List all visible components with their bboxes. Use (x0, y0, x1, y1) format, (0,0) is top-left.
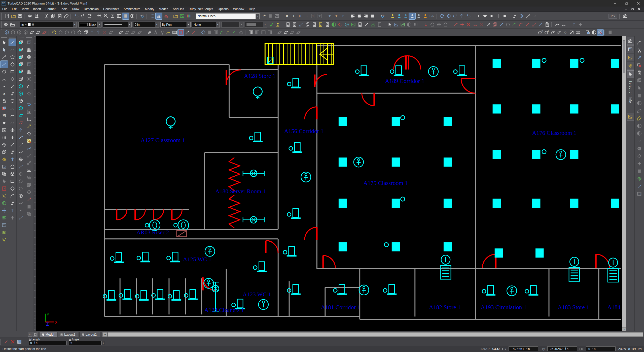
material-colors-icon[interactable] (185, 13, 192, 19)
cross-lines-icon[interactable] (17, 156, 24, 163)
doc-gray-icon[interactable] (376, 21, 383, 28)
menu-constraints[interactable]: Constraints (101, 7, 121, 12)
peak-1-icon[interactable] (89, 29, 95, 36)
pen-color-combo[interactable]: Black▼ (78, 22, 101, 27)
spell-abc-tool-icon[interactable]: ABC (25, 101, 33, 108)
stack-rt-icon[interactable] (636, 77, 643, 84)
wand-icon[interactable] (3, 338, 10, 345)
line-pts-icon[interactable] (17, 134, 24, 141)
frame-tool-icon[interactable] (9, 178, 16, 185)
rotated-rect-tool-icon[interactable] (9, 75, 16, 83)
key-symbol-icon[interactable] (575, 29, 581, 36)
hscroll-left-icon[interactable]: ◄ (102, 332, 108, 337)
s-yellow-icon[interactable] (165, 29, 171, 36)
window-select-tool-icon[interactable] (1, 163, 8, 170)
heart-red-icon[interactable] (337, 21, 343, 28)
dots-line-icon[interactable] (17, 163, 24, 170)
menu-modify[interactable]: Modify (143, 7, 157, 12)
flag-corner-icon[interactable] (511, 21, 518, 28)
redo-icon[interactable] (80, 13, 86, 19)
text-large-icon[interactable]: T (333, 13, 339, 19)
pick-point-icon[interactable] (162, 13, 169, 19)
x-coord-field[interactable]: -3.0061 in (509, 346, 538, 351)
save-file-icon[interactable] (17, 13, 23, 19)
pen-mode-combo[interactable]: By Pen▼ (160, 22, 191, 27)
half-circle-icon[interactable] (591, 29, 597, 36)
tile-windows-icon[interactable] (25, 46, 33, 53)
dot-line-icon[interactable] (554, 21, 560, 28)
hex-3d-3-icon[interactable] (17, 97, 24, 105)
geo-toggle[interactable]: GEO (492, 347, 499, 351)
plane-d-icon[interactable] (295, 29, 302, 36)
cursor-small-icon[interactable] (386, 21, 393, 28)
knife-rt-icon[interactable] (636, 47, 643, 54)
align-left-icon[interactable] (349, 13, 356, 19)
point-mode-icon[interactable] (475, 13, 482, 19)
pin-rt-icon[interactable] (636, 183, 643, 190)
tri-small-icon[interactable] (25, 90, 33, 97)
arc-top-icon[interactable] (560, 21, 567, 28)
pen-blue-icon[interactable] (498, 21, 505, 28)
resize-plus-icon[interactable] (577, 21, 584, 28)
help-pointer-icon[interactable]: ? (260, 13, 267, 19)
cut-icon[interactable] (43, 13, 50, 19)
flip-view-icon[interactable] (452, 13, 459, 19)
curve-tool-icon[interactable] (9, 112, 16, 119)
arc-tool-icon[interactable] (1, 75, 8, 83)
menu-draw[interactable]: Draw (70, 7, 82, 12)
text-frame-icon[interactable]: T (310, 13, 316, 19)
diamond-blue-icon[interactable] (200, 29, 206, 36)
bend-rt-icon[interactable] (636, 137, 643, 145)
chevrons-icon[interactable] (570, 21, 577, 28)
tv-green-icon[interactable] (370, 21, 376, 28)
layer-combo[interactable]: ▣✎0▼ (20, 22, 77, 27)
slab-2-icon[interactable] (35, 29, 41, 36)
corner-rt-icon[interactable] (636, 39, 643, 46)
box-3d-2-icon[interactable] (17, 46, 24, 53)
floor-plan-canvas[interactable]: YxZA128 Store 1A189 Corridor 1A176 Class… (36, 36, 622, 331)
camera-capture-icon[interactable] (622, 13, 628, 19)
up-view-icon[interactable] (459, 13, 465, 19)
sheet-tab-layout2[interactable]: Layout2 (79, 332, 100, 337)
y-coord-field[interactable]: 26.6247 in (547, 346, 577, 351)
tab-scroll-left-button[interactable]: R· (28, 332, 32, 337)
menu-window[interactable]: Window (231, 7, 246, 12)
helix-2-icon[interactable] (153, 29, 159, 36)
break-tool-icon[interactable] (9, 214, 16, 221)
dock-tab-library[interactable] (627, 113, 634, 121)
print-icon[interactable] (27, 13, 33, 19)
contrast-icon[interactable] (330, 21, 337, 28)
dock-tab-selection-info[interactable] (627, 70, 634, 78)
route-tool-icon[interactable] (25, 145, 33, 152)
circle-frame-icon[interactable] (436, 21, 442, 28)
light-selected-icon[interactable] (409, 13, 415, 19)
corner-tool-icon[interactable] (9, 192, 16, 200)
octagon-tool-icon[interactable] (9, 163, 16, 170)
line-snap-icon[interactable] (525, 13, 531, 19)
wedge-icon[interactable] (83, 29, 89, 36)
layer-manager-icon[interactable] (9, 21, 16, 28)
copy-icon[interactable] (50, 13, 56, 19)
eq-2-icon[interactable] (213, 29, 219, 36)
slab-1-icon[interactable] (29, 29, 35, 36)
triangle-tool-icon[interactable] (9, 61, 16, 68)
light-tool-icon[interactable] (1, 236, 8, 243)
crop-tool-icon[interactable] (1, 105, 8, 112)
plus-rt-icon[interactable] (636, 160, 643, 167)
menu-help[interactable]: Help (246, 7, 258, 12)
menu-tools[interactable]: Tools (58, 7, 69, 12)
handle-toggle-icon[interactable] (156, 13, 162, 19)
mdi-close-button[interactable] (636, 7, 642, 11)
cancel-icon[interactable] (10, 338, 16, 345)
poly-2-icon[interactable] (57, 29, 64, 36)
keyboard-tool-icon[interactable] (25, 167, 33, 174)
dots-v-icon[interactable] (17, 207, 24, 214)
settings-tool-icon[interactable] (1, 156, 8, 163)
menu-view[interactable]: View (20, 7, 31, 12)
align-center-icon[interactable] (356, 13, 363, 19)
polyline-tool-icon[interactable] (9, 46, 16, 53)
corner-arc-icon[interactable] (518, 21, 524, 28)
diag-icon[interactable] (17, 148, 24, 156)
protractor-icon[interactable] (25, 130, 33, 137)
line-style-combo[interactable]: Normal Lines▼ (196, 13, 260, 19)
